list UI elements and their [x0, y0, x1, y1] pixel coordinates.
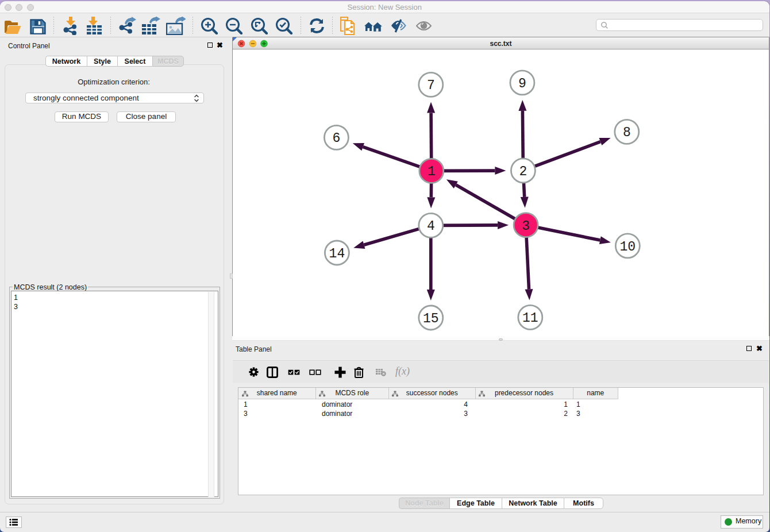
svg-text:9: 9 [518, 76, 526, 91]
svg-text:6: 6 [332, 131, 340, 146]
svg-text:8: 8 [623, 125, 631, 140]
svg-text:3: 3 [522, 219, 530, 234]
svg-text:11: 11 [522, 311, 538, 326]
svg-text:1: 1 [428, 164, 436, 179]
svg-text:14: 14 [329, 246, 345, 261]
svg-text:2: 2 [519, 164, 527, 179]
svg-text:7: 7 [427, 78, 435, 93]
svg-text:10: 10 [619, 240, 636, 255]
svg-text:4: 4 [427, 219, 435, 234]
svg-text:15: 15 [423, 311, 439, 326]
